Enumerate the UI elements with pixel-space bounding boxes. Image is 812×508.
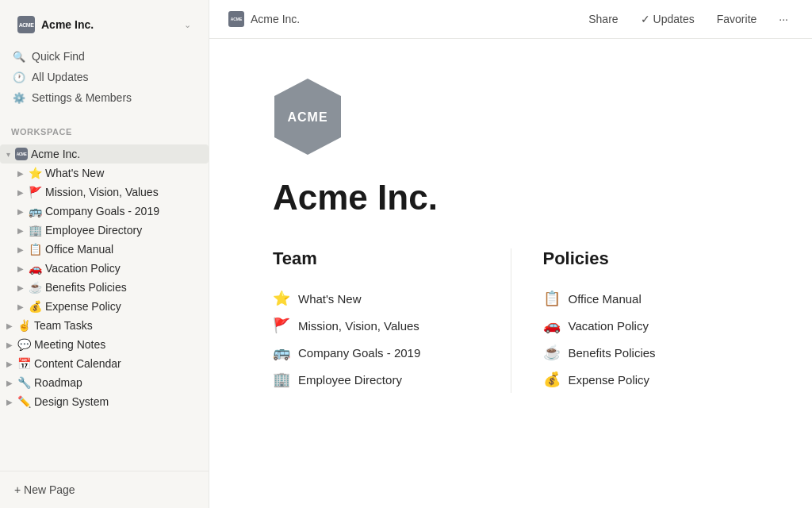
sidebar-item-all-updates[interactable]: 🕐 All Updates: [6, 67, 202, 87]
arrow-icon: ▶: [17, 245, 24, 254]
sidebar-item-design-system[interactable]: ▶ ✏️ Design System: [0, 392, 209, 411]
team-item-whats-new[interactable]: ⭐ What's New: [273, 285, 479, 312]
team-item-company-goals[interactable]: 🚌 Company Goals - 2019: [273, 339, 479, 366]
sidebar-item-vacation-policy[interactable]: ▶ 🚗 Vacation Policy: [0, 259, 209, 278]
team-heading: Team: [273, 248, 479, 269]
directory-emoji: 🏢: [29, 224, 42, 237]
updates-button[interactable]: ✓ Updates: [636, 10, 699, 29]
roadmap-emoji: 🔧: [17, 376, 31, 389]
team-directory-label: Employee Directory: [298, 373, 402, 387]
arrow-icon: ▶: [6, 321, 13, 330]
content-columns: Team ⭐ What's New 🚩 Mission, Vision, Val…: [273, 248, 749, 393]
benefits-policy-emoji: ☕: [543, 344, 561, 361]
sidebar-item-acme-root[interactable]: ▾ ACME Acme Inc.: [0, 144, 209, 164]
calendar-emoji: 📅: [17, 357, 31, 370]
vacation-policy-label: Vacation Policy: [45, 262, 121, 275]
topbar-actions: Share ✓ Updates Favorite ···: [584, 10, 793, 29]
sidebar-item-team-tasks[interactable]: ▶ ✌️ Team Tasks: [0, 316, 209, 335]
clock-icon: 🕐: [13, 71, 25, 83]
sidebar-item-benefits[interactable]: ▶ ☕ Benefits Policies: [0, 278, 209, 297]
content-calendar-label: Content Calendar: [34, 357, 121, 370]
sidebar-item-settings[interactable]: ⚙️ Settings & Members: [6, 87, 202, 108]
manual-emoji: 📋: [29, 243, 42, 256]
sidebar-item-content-calendar[interactable]: ▶ 📅 Content Calendar: [0, 354, 209, 373]
sidebar-item-meeting-notes[interactable]: ▶ 💬 Meeting Notes: [0, 335, 209, 354]
arrow-icon: ▶: [6, 360, 13, 368]
office-manual-label: Office Manual: [45, 243, 113, 256]
all-updates-label: All Updates: [32, 71, 89, 83]
sidebar-item-company-goals[interactable]: ▶ 🚌 Company Goals - 2019: [0, 202, 209, 221]
acme-root-label: Acme Inc.: [31, 148, 80, 160]
policy-item-vacation[interactable]: 🚗 Vacation Policy: [543, 312, 749, 339]
team-goals-label: Company Goals - 2019: [298, 346, 420, 360]
meeting-notes-label: Meeting Notes: [34, 338, 105, 351]
team-whats-new-label: What's New: [298, 292, 362, 306]
company-goals-label: Company Goals - 2019: [45, 205, 159, 217]
mission-item-emoji: 🚩: [273, 317, 290, 334]
favorite-button[interactable]: Favorite: [712, 10, 762, 29]
policies-column: Policies 📋 Office Manual 🚗 Vacation Poli…: [511, 248, 749, 393]
policy-expense-label: Expense Policy: [569, 373, 650, 387]
sidebar-item-employee-directory[interactable]: ▶ 🏢 Employee Directory: [0, 221, 209, 240]
goals-item-emoji: 🚌: [273, 344, 290, 361]
policies-heading: Policies: [543, 248, 749, 269]
sidebar-item-expense[interactable]: ▶ 💰 Expense Policy: [0, 297, 209, 316]
team-tasks-label: Team Tasks: [34, 319, 93, 332]
team-item-employee-directory[interactable]: 🏢 Employee Directory: [273, 366, 479, 393]
workspace-chevron-icon: ⌄: [184, 20, 191, 30]
workspace-header[interactable]: ACME Acme Inc. ⌄: [10, 10, 199, 40]
new-page-label: + New Page: [14, 483, 75, 496]
policy-item-benefits[interactable]: ☕ Benefits Policies: [543, 339, 749, 366]
arrow-icon: ▶: [17, 302, 24, 311]
gear-icon: ⚙️: [13, 92, 25, 104]
share-label: Share: [588, 13, 618, 25]
favorite-label: Favorite: [717, 13, 757, 25]
arrow-icon: ▶: [17, 207, 24, 216]
team-mission-label: Mission, Vision, Values: [298, 319, 419, 333]
directory-item-emoji: 🏢: [273, 371, 290, 388]
topbar-logo: ACME: [228, 11, 244, 27]
page-icon-container: ACME: [273, 77, 749, 160]
roadmap-label: Roadmap: [34, 376, 82, 389]
goals-emoji: 🚌: [29, 205, 42, 217]
sidebar-top: ACME Acme Inc. ⌄: [0, 0, 209, 43]
topbar-logo-text: ACME: [231, 17, 243, 21]
sidebar-item-quick-find[interactable]: 🔍 Quick Find: [6, 46, 202, 67]
vacation-policy-emoji: 🚗: [543, 317, 561, 334]
new-page-button[interactable]: + New Page: [6, 478, 202, 502]
main-content: ACME Acme Inc. Share ✓ Updates Favorite …: [209, 0, 812, 508]
arrow-icon: ▶: [17, 188, 24, 197]
sidebar-item-roadmap[interactable]: ▶ 🔧 Roadmap: [0, 373, 209, 392]
design-system-label: Design System: [34, 395, 109, 408]
team-item-mission[interactable]: 🚩 Mission, Vision, Values: [273, 312, 479, 339]
settings-label: Settings & Members: [32, 91, 132, 104]
checkmark-icon: ✓: [641, 13, 650, 25]
whats-new-item-emoji: ⭐: [273, 290, 290, 307]
sidebar: ACME Acme Inc. ⌄ 🔍 Quick Find 🕐 All Upda…: [0, 0, 209, 508]
acme-tree-logo: ACME: [15, 148, 28, 160]
arrow-icon: ▶: [17, 264, 24, 273]
sidebar-item-office-manual[interactable]: ▶ 📋 Office Manual: [0, 240, 209, 259]
benefits-label: Benefits Policies: [45, 281, 127, 294]
topbar-page-title: Acme Inc.: [251, 13, 577, 25]
sidebar-nav: 🔍 Quick Find 🕐 All Updates ⚙️ Settings &…: [0, 43, 209, 111]
sidebar-footer: + New Page: [0, 471, 209, 508]
workspace-section: WORKSPACE: [0, 111, 209, 141]
whats-new-label: What's New: [45, 167, 104, 179]
more-options-button[interactable]: ···: [774, 10, 793, 29]
policy-item-office-manual[interactable]: 📋 Office Manual: [543, 285, 749, 312]
mission-emoji: 🚩: [29, 186, 42, 198]
sidebar-item-whats-new[interactable]: ▶ ⭐ What's New: [0, 164, 209, 183]
arrow-icon: ▶: [17, 169, 24, 178]
expense-label: Expense Policy: [45, 300, 121, 313]
expense-emoji: 💰: [29, 300, 42, 313]
search-icon: 🔍: [13, 51, 25, 63]
employee-directory-label: Employee Directory: [45, 224, 142, 237]
policy-item-expense[interactable]: 💰 Expense Policy: [543, 366, 749, 393]
arrow-icon: ▶: [17, 283, 24, 292]
hexagon-icon: ACME: [273, 77, 343, 156]
updates-label: Updates: [653, 13, 695, 25]
expense-policy-emoji: 💰: [543, 371, 561, 388]
share-button[interactable]: Share: [584, 10, 622, 29]
sidebar-item-mission[interactable]: ▶ 🚩 Mission, Vision, Values: [0, 183, 209, 202]
